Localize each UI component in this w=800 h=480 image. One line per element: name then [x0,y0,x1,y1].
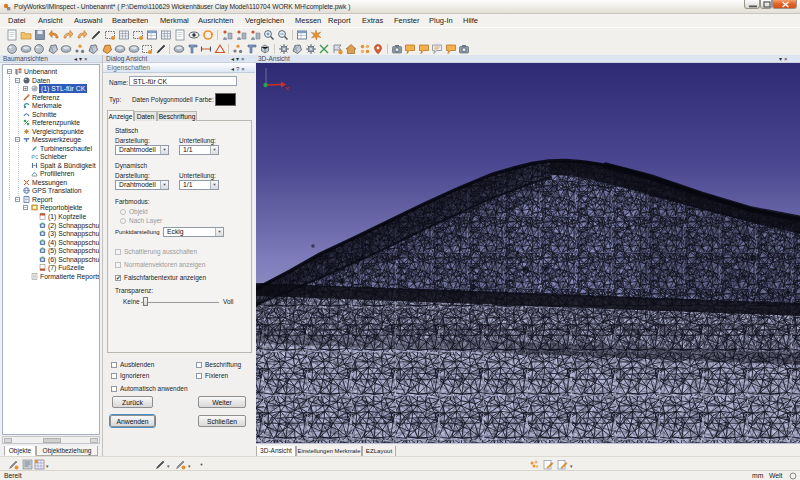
svg-text:PC: PC [31,154,38,160]
